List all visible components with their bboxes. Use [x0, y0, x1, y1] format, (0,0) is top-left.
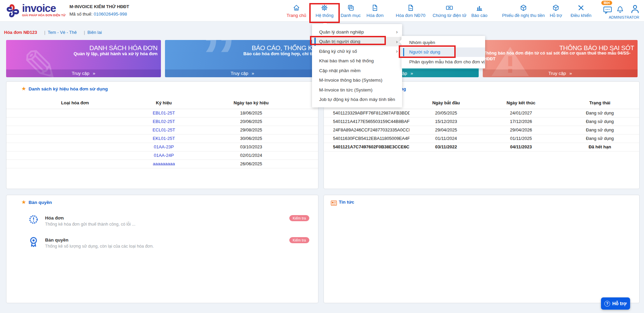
star-icon: ★ — [21, 200, 26, 205]
ticket-icon — [433, 4, 466, 11]
license-item-title: Hóa đơn — [45, 215, 64, 221]
folders-icon — [340, 4, 360, 11]
card-reports[interactable]: ” BÁO CÁO, THỐNG KÊ Báo cáo hóa đơn tổng… — [165, 40, 320, 77]
table-row: 5401121A4177E565503159C44B8BAF15/12/2023… — [324, 117, 639, 126]
check-button[interactable]: Kiểm tra — [289, 237, 309, 243]
bell-icon[interactable] — [616, 6, 624, 16]
medal-icon — [28, 236, 39, 248]
symbol-link[interactable]: ECL01-25T — [152, 127, 175, 132]
card-error-notice[interactable]: THÔNG BÁO HĐ SAI SÓT Thông báo hóa đơn đ… — [483, 40, 638, 77]
card-access-button[interactable]: Truy cập» — [483, 69, 638, 77]
table-row: EBL02-25T20/06/2025 — [6, 117, 318, 126]
question-icon: ? — [604, 301, 610, 307]
card-title: BÁO CÁO, THỐNG KÊ — [169, 44, 316, 52]
user-area: Mới ADMINISTRATOR — [595, 0, 642, 22]
submenu-item-phan-quyen-mau[interactable]: Phân quyền mẫu hóa đơn cho đơn vị — [401, 57, 485, 67]
badge-exclamation-icon — [28, 214, 39, 225]
document-icon — [367, 4, 383, 11]
status: Đang sử dụng — [560, 134, 639, 143]
chevron-right-icon: › — [396, 39, 398, 44]
tax-label: Mã số thuế: — [69, 12, 92, 17]
card-subtitle: Báo cáo hóa đơn tổng hợp, chi tiết — [168, 51, 316, 56]
symbol-link[interactable]: EBL02-25T — [153, 119, 175, 124]
table-row: EBL01-25T18/06/2025 — [6, 109, 318, 117]
logo[interactable]: invoice GIẢI PHÁP HÓA ĐƠN ĐIỆN TỬ — [5, 3, 65, 18]
symbol-link[interactable]: 01AA-24P — [154, 153, 174, 158]
brand-tagline: GIẢI PHÁP HÓA ĐƠN ĐIỆN TỬ — [22, 14, 65, 17]
subnav-item-hoa-don-nd123[interactable]: Hóa đơn NĐ123 — [4, 30, 37, 35]
symbol-link[interactable]: 01AA-23P — [154, 144, 174, 149]
nav-danh-muc[interactable]: Danh mục — [340, 4, 360, 18]
nav-bao-cao[interactable]: Báo cáo — [471, 4, 487, 18]
certificate-serial: 5401123329ABFF76F812987AFB3BDD — [333, 110, 410, 116]
certificate-serial: 54011630FCB5412EBA11805009EA4F — [333, 136, 410, 141]
menu-item-thong-bao-systems[interactable]: M-Invoice thông báo (Systems) — [312, 76, 402, 85]
check-button[interactable]: Kiểm tra — [289, 215, 309, 221]
table-row: 01AA-24P02/01/2024 — [6, 151, 318, 160]
chevron-right-icon: › — [396, 48, 398, 54]
col-ngay-ket-thuc: Ngày kết thúc — [481, 97, 560, 109]
nav-dieu-khien[interactable]: Điều khiển — [570, 4, 591, 18]
star-icon: ★ — [21, 86, 26, 91]
company-tax: Mã số thuế: 0106026495-998 — [69, 12, 129, 17]
card-invoice-list[interactable]: ✎ DANH SÁCH HÓA ĐƠN Quản lý lập, phát hà… — [6, 40, 161, 77]
support-button[interactable]: ? Hỗ trợ — [601, 297, 630, 310]
separator: | — [84, 30, 85, 35]
license-panel: ★ Bản quyền Hóa đơn Thống kê hóa đơn gửi… — [6, 195, 318, 303]
news-panel: Tin tức — [324, 195, 640, 303]
symbol-link[interactable]: aaaaaaaaa — [153, 161, 175, 166]
symbol-link[interactable]: EBL01-25T — [153, 110, 175, 116]
menu-item-quan-ly-doanh-nghiep[interactable]: Quản lý doanh nghiệp› — [312, 27, 402, 37]
minvoice-logo-icon — [5, 3, 20, 18]
user-name[interactable]: ADMINISTRATOR — [609, 15, 639, 19]
card-subtitle: Thông báo hóa đơn điện tử có sai sót đến… — [484, 50, 638, 62]
panel-title-text: Danh sách ký hiệu hóa đơn sử dụng — [28, 86, 108, 91]
subnav: Hóa đơn NĐ123 | Tem - Vé - Thẻ | Biên la… — [4, 30, 102, 35]
status: Đang sử dụng — [560, 117, 639, 126]
separator: | — [44, 30, 45, 35]
license-item-desc: Thống kê số lượng sử dụng, còn lại của c… — [45, 244, 154, 249]
user-avatar-icon[interactable] — [630, 4, 640, 16]
card-access-button[interactable]: Truy cập» — [165, 69, 320, 77]
table-row: 54011630FCB5412EBA11805009EA4F01/11/2024… — [324, 134, 639, 143]
table-row: 24F8A89A246CCF24877032335A0CCI29/04/2025… — [324, 126, 639, 134]
annotation-box-nguoi-su-dung — [399, 45, 456, 58]
tax-code[interactable]: 0106026495-998 — [94, 12, 127, 17]
brand-name: invoice — [22, 3, 65, 14]
nav-trang-chu[interactable]: Trang chủ — [287, 4, 306, 18]
menu-item-dang-ky-chu-ky-so[interactable]: Đăng ký chữ ký số› — [312, 46, 402, 56]
table-row: aaaaaaaaa26/06/2025 — [6, 160, 318, 168]
col-ngay-tao: Ngày tạo ký hiệu — [184, 97, 318, 109]
cube-icon — [550, 4, 562, 11]
chat-icon[interactable] — [603, 5, 612, 16]
panel-title-text: Bản quyền — [28, 200, 52, 205]
menu-item-tin-tuc-system[interactable]: M-Invoice tin tức (System) — [312, 85, 402, 95]
nav-hoa-don-nd70[interactable]: Hóa đơn NĐ70 — [396, 4, 425, 18]
company-name: M-INVOICE KIỂM THỬ HĐĐT — [69, 4, 129, 9]
card-subtitle: Quản lý lập, phát hành và xử lý hóa đơn — [9, 51, 158, 56]
nav-chung-tu-dien-tu[interactable]: Chứng từ điện tử — [433, 4, 466, 18]
certificate-serial: 5401121A4177E565503159C44B8BAF — [333, 119, 410, 124]
status: Đang sử dụng — [560, 109, 639, 117]
subnav-item-tem-ve-the[interactable]: Tem - Vé - Thẻ — [48, 30, 77, 35]
bar-chart-icon — [471, 4, 487, 11]
nav-hoa-don[interactable]: Hóa đơn — [367, 4, 383, 18]
subnav-item-bien-lai[interactable]: Biên lai — [87, 30, 102, 35]
table-row: 01AA-23P03/10/2023 — [6, 143, 318, 151]
table-header-row: Loại hóa đơn Ký hiệu Ngày tạo ký hiệu — [6, 97, 318, 109]
nav-phieu-de-nghi-thu-tien[interactable]: Phiếu đề nghị thu tiền — [502, 4, 545, 18]
annotation-box-quan-tri-nguoi-dung — [310, 36, 386, 45]
new-badge: Mới — [601, 1, 612, 5]
panel-title-text: Tin tức — [339, 200, 354, 205]
col-trang-thai: Trạng thái — [560, 97, 639, 109]
card-access-button[interactable]: Truy cập» — [6, 69, 161, 77]
company-info: M-INVOICE KIỂM THỬ HĐĐT Mã số thuế: 0106… — [69, 4, 129, 17]
cube-icon — [502, 4, 545, 11]
menu-item-cap-nhat-phan-mem[interactable]: Cập nhật phần mềm — [312, 66, 402, 76]
symbol-link[interactable]: EKL01-25T — [153, 136, 175, 141]
menu-item-khai-bao-tham-so[interactable]: Khai báo tham số hệ thống — [312, 56, 402, 66]
nav-ho-tro[interactable]: Hỗ trợ — [550, 4, 562, 18]
menu-item-job-tu-dong-ky[interactable]: Job tự động ký hóa đơn máy tính tiền — [312, 95, 402, 105]
table-row: ECL01-25T29/08/2025 — [6, 126, 318, 134]
chevron-right-icon: › — [396, 29, 398, 35]
